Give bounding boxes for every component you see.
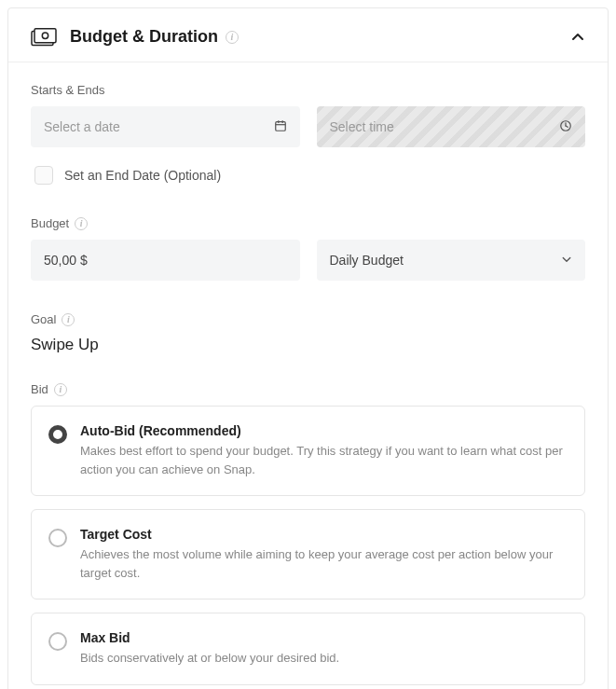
bid-option-desc: Makes best effort to spend your budget. …	[80, 442, 568, 478]
info-icon[interactable]: i	[62, 313, 75, 326]
collapse-chevron-icon[interactable]	[570, 30, 585, 45]
bid-option-target-cost[interactable]: Target Cost Achieves the most volume whi…	[31, 509, 585, 599]
budget-label: Budget i	[31, 216, 585, 230]
end-date-row: Set an End Date (Optional)	[31, 166, 585, 185]
goal-value: Swipe Up	[31, 336, 585, 354]
svg-rect-4	[275, 121, 285, 131]
bid-option-content: Max Bid Bids conservatively at or below …	[80, 630, 568, 668]
bid-option-content: Auto-Bid (Recommended) Makes best effort…	[80, 423, 568, 478]
card-body: Starts & Ends Select a date Select time	[8, 62, 608, 689]
budget-label-text: Budget	[31, 216, 69, 230]
bid-options: Auto-Bid (Recommended) Makes best effort…	[31, 406, 585, 685]
info-icon[interactable]: i	[54, 383, 67, 396]
radio-unselected[interactable]	[48, 529, 67, 547]
radio-selected[interactable]	[48, 425, 67, 444]
bid-label-text: Bid	[31, 382, 48, 396]
info-icon[interactable]: i	[75, 217, 88, 230]
card-header: Budget & Duration i	[8, 8, 608, 62]
end-date-label: Set an End Date (Optional)	[64, 168, 221, 183]
bid-option-desc: Bids conservatively at or below your des…	[80, 649, 568, 668]
start-time-input: Select time	[317, 106, 586, 147]
end-date-checkbox[interactable]	[34, 166, 53, 185]
section-title: Budget & Duration	[70, 27, 218, 47]
bid-option-title: Auto-Bid (Recommended)	[80, 423, 568, 438]
bid-option-title: Max Bid	[80, 630, 568, 645]
start-date-input[interactable]: Select a date	[31, 106, 300, 147]
goal-label: Goal i	[31, 312, 585, 326]
start-date-placeholder: Select a date	[44, 119, 120, 134]
bid-option-desc: Achieves the most volume while aiming to…	[80, 545, 568, 582]
bid-option-max-bid[interactable]: Max Bid Bids conservatively at or below …	[31, 613, 585, 685]
calendar-icon	[274, 119, 287, 135]
bid-option-title: Target Cost	[80, 527, 568, 542]
radio-unselected[interactable]	[48, 632, 67, 651]
chevron-down-icon	[561, 253, 572, 268]
starts-ends-label: Starts & Ends	[31, 83, 585, 97]
svg-line-10	[566, 126, 568, 127]
budget-amount-input[interactable]: 50,00 $	[31, 240, 300, 281]
budget-type-value: Daily Budget	[330, 253, 404, 268]
budget-type-select[interactable]: Daily Budget	[317, 240, 586, 281]
start-time-placeholder: Select time	[330, 119, 394, 134]
svg-rect-2	[34, 28, 56, 42]
budget-amount-value: 50,00 $	[44, 253, 88, 268]
goal-label-text: Goal	[31, 312, 56, 326]
money-icon	[31, 28, 57, 47]
budget-row: 50,00 $ Daily Budget	[31, 240, 585, 281]
bid-label: Bid i	[31, 382, 585, 396]
bid-option-content: Target Cost Achieves the most volume whi…	[80, 527, 568, 582]
budget-duration-card: Budget & Duration i Starts & Ends Select…	[7, 7, 609, 689]
bid-option-auto-bid[interactable]: Auto-Bid (Recommended) Makes best effort…	[31, 406, 585, 496]
info-icon[interactable]: i	[226, 31, 239, 44]
starts-ends-row: Select a date Select time	[31, 106, 585, 147]
clock-icon	[559, 119, 572, 135]
